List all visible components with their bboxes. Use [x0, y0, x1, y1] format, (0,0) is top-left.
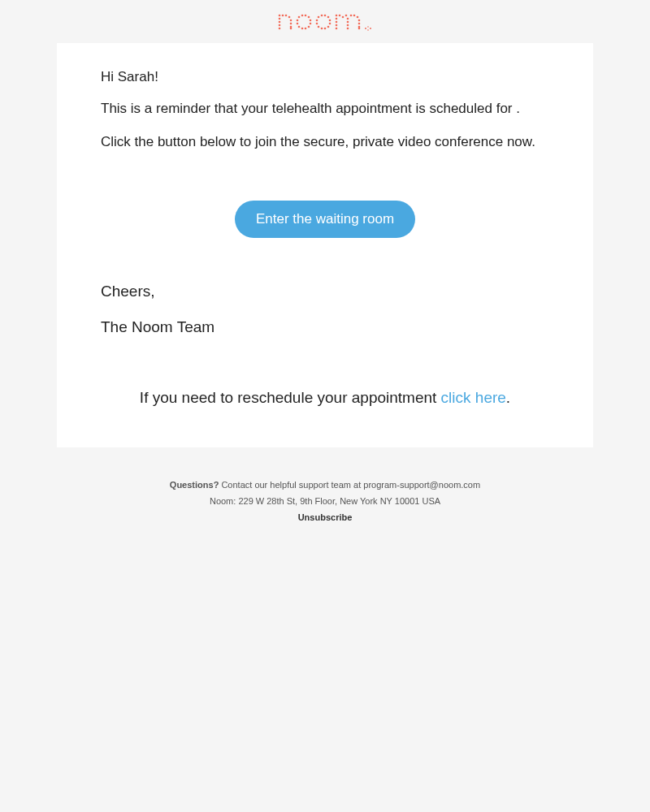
reschedule-suffix: . [506, 389, 510, 406]
svg-point-48 [350, 15, 353, 17]
cta-container: Enter the waiting room [101, 201, 549, 238]
svg-point-0 [279, 15, 281, 17]
svg-point-20 [301, 28, 304, 30]
svg-point-57 [367, 29, 369, 31]
svg-point-34 [316, 23, 318, 25]
svg-point-52 [358, 23, 361, 25]
svg-point-46 [347, 24, 349, 27]
svg-point-11 [290, 28, 292, 30]
svg-point-21 [298, 26, 301, 28]
noom-logo-icon [276, 12, 374, 37]
svg-point-1 [279, 18, 281, 20]
svg-point-19 [305, 28, 307, 30]
svg-point-43 [345, 15, 348, 17]
email-card: Hi Sarah! This is a reminder that your t… [57, 43, 593, 447]
svg-point-8 [290, 19, 292, 22]
svg-point-44 [347, 18, 349, 20]
svg-point-51 [358, 19, 361, 22]
instruction-text: Click the button below to join the secur… [101, 133, 549, 152]
svg-point-56 [367, 26, 369, 28]
unsubscribe-link[interactable]: Unsubscribe [298, 512, 353, 522]
svg-point-55 [365, 28, 366, 29]
svg-point-2 [279, 21, 281, 24]
svg-point-26 [324, 15, 327, 17]
svg-point-18 [308, 26, 310, 28]
reminder-text: This is a reminder that your telehealth … [101, 100, 549, 119]
svg-point-54 [358, 28, 361, 30]
svg-point-45 [347, 21, 349, 24]
email-footer: Questions? Contact our helpful support t… [0, 447, 650, 545]
reschedule-line: If you need to reschedule your appointme… [101, 389, 549, 407]
support-line: Questions? Contact our helpful support t… [16, 480, 634, 490]
svg-point-3 [279, 24, 281, 27]
svg-point-29 [329, 23, 332, 25]
svg-point-47 [347, 28, 349, 30]
greeting-text: Hi Sarah! [101, 69, 549, 85]
svg-point-23 [297, 19, 299, 22]
svg-point-38 [336, 21, 338, 24]
svg-point-50 [357, 16, 359, 19]
logo-header [0, 8, 650, 43]
svg-point-36 [336, 15, 338, 17]
email-container: Hi Sarah! This is a reminder that your t… [0, 0, 650, 545]
svg-point-58 [370, 28, 371, 29]
reschedule-link[interactable]: click here [441, 389, 506, 406]
svg-point-6 [285, 15, 288, 17]
signoff-text: Cheers, [101, 283, 549, 300]
svg-point-16 [310, 19, 312, 22]
svg-point-41 [339, 15, 341, 17]
svg-point-28 [329, 19, 332, 22]
svg-point-32 [321, 28, 323, 30]
svg-point-30 [327, 26, 330, 28]
svg-point-42 [342, 16, 344, 19]
svg-point-13 [301, 15, 304, 17]
svg-point-4 [279, 28, 281, 30]
address-text: Noom: 229 W 28th St, 9th Floor, New York… [16, 496, 634, 506]
svg-point-33 [318, 26, 320, 28]
svg-point-17 [310, 23, 312, 25]
svg-point-37 [336, 18, 338, 20]
svg-point-9 [290, 23, 292, 25]
svg-point-31 [324, 28, 327, 30]
enter-waiting-room-button[interactable]: Enter the waiting room [235, 201, 415, 238]
svg-point-14 [305, 15, 307, 17]
svg-point-25 [321, 15, 323, 17]
support-text: Contact our helpful support team at prog… [219, 480, 480, 490]
svg-point-24 [318, 16, 320, 19]
svg-point-39 [336, 24, 338, 27]
team-signature: The Noom Team [101, 318, 549, 336]
svg-point-7 [288, 16, 291, 19]
svg-point-12 [298, 16, 301, 19]
questions-label: Questions? [170, 480, 219, 490]
svg-point-35 [316, 19, 318, 22]
svg-point-15 [308, 16, 310, 19]
svg-point-5 [282, 15, 284, 17]
svg-point-22 [297, 23, 299, 25]
svg-point-27 [327, 16, 330, 19]
svg-point-40 [336, 28, 338, 30]
reschedule-prefix: If you need to reschedule your appointme… [140, 389, 441, 406]
svg-point-49 [353, 15, 356, 17]
